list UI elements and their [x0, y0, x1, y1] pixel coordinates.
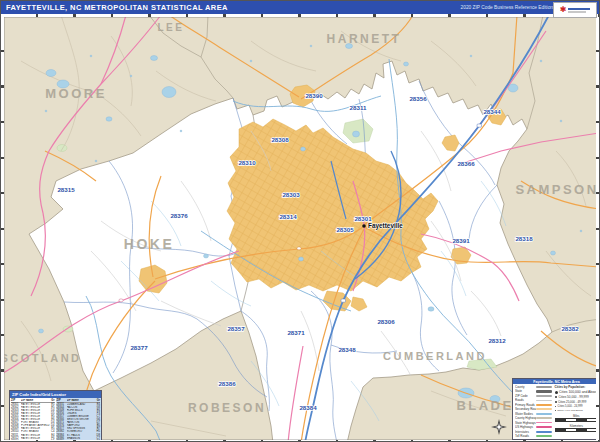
city-marker-layer: Fayetteville [362, 222, 403, 230]
legend-panel: Fayetteville, NC Metro Area CountyStateZ… [512, 378, 600, 440]
county-label: LEE [158, 22, 185, 33]
county-label: MOORE [45, 86, 107, 101]
zip-label: 28314 [279, 213, 297, 220]
legend-item-label: County Highways [515, 416, 536, 420]
scale-bar-segments [555, 418, 598, 422]
legend-item-label: ZIP Code [515, 394, 536, 398]
legend-city-class: Cities 100,000 and Above [555, 390, 598, 394]
city-size-dot-icon [555, 410, 556, 411]
legend-item-label: Interstates [515, 430, 536, 434]
zip-label: 28386 [218, 380, 236, 387]
logo-text-bars [568, 8, 590, 13]
zip-label: 28344 [483, 108, 501, 115]
scale-bar: Miles [555, 414, 598, 422]
legend-item: US Highways [515, 425, 552, 429]
city-class-label: Cities 25,000 - 49,999 [558, 400, 586, 404]
ruler-right [596, 17, 599, 440]
zip-label: 28308 [271, 136, 289, 143]
zip-label: 28366 [457, 160, 475, 167]
legend-line-sample [536, 413, 552, 415]
city-dot [362, 224, 366, 228]
zip-label: 28348 [338, 346, 356, 353]
zip-label: 28301 [354, 215, 372, 222]
zip-label: 28371 [287, 329, 305, 336]
ruler-top [1, 14, 600, 17]
legend-line-sample [536, 426, 552, 428]
zip-label: 28382 [561, 325, 579, 332]
county-label: SAMPSON [515, 182, 598, 197]
legend-item-label: State Highways [515, 421, 536, 425]
legend-scale-bars: MilesKilometers [555, 412, 598, 432]
county-label: CUMBERLAND [383, 350, 487, 362]
zip-label: 28315 [57, 186, 75, 193]
county-label: HARNETT [327, 32, 402, 46]
legend-item: Interstates [515, 430, 552, 434]
scale-bar: Kilometers [555, 424, 598, 432]
legend-city-classes: Cities 100,000 and AboveCities 50,000 - … [555, 389, 598, 412]
map-title: FAYETTEVILLE, NC METROPOLITAN STATISTICA… [1, 3, 228, 12]
legend-city-class: Cities 5,000 - 24,999 [555, 405, 598, 408]
legend-line-sample [536, 417, 552, 418]
legend-line-sample [536, 435, 552, 437]
zip-label: 28303 [282, 191, 300, 198]
legend-item-label: County [515, 385, 536, 389]
zip-index-title: ZIP Code Index/Grid Locator [10, 391, 101, 398]
brand-logo: ✱ [553, 2, 597, 18]
legend-item: State Highways [515, 421, 552, 425]
zip-label: 28391 [452, 237, 470, 244]
zip-label: 28318 [515, 235, 533, 242]
scale-bar-segments [555, 428, 598, 432]
legend-line-sample [536, 390, 552, 393]
legend-symbol-list: CountyStateZIP CodeRoadsPrimary RoadsSec… [515, 385, 552, 438]
legend-line-sample [536, 400, 552, 401]
zip-index-panel: ZIP Code Index/Grid Locator ZIPZIP NameG… [9, 390, 102, 442]
legend-city-class: Cities 50,000 - 99,999 [555, 395, 598, 399]
legend-item-label: Primary Roads [515, 403, 536, 407]
legend-item-label: Toll Roads [515, 434, 536, 438]
legend-city-class: Cities 25,000 - 49,999 [555, 400, 598, 404]
legend-line-sample [536, 422, 552, 424]
legend-item: Toll Roads [515, 434, 552, 438]
zip-index-column-left: ZIPZIP NameGr28301FAYETTEVILLEE528302FAY… [10, 398, 56, 442]
zip-label: 28356 [409, 95, 427, 102]
zip-label: 28311 [350, 104, 367, 111]
legend-item-label: US Highways [515, 425, 536, 429]
city-class-label: Cities 50,000 - 99,999 [559, 395, 589, 399]
legend-line-sample [536, 386, 552, 388]
legend-line-sample [536, 431, 552, 433]
zip-label: 28390 [305, 92, 323, 99]
legend-item-label: State [515, 389, 536, 393]
zip-label: 28357 [227, 325, 245, 332]
ruler-left [1, 17, 4, 440]
legend-line-sample [536, 404, 552, 406]
city-size-dot-icon [555, 396, 558, 399]
legend-item: State [515, 389, 552, 393]
legend-line-sample [536, 408, 552, 410]
zip-label: 28376 [170, 212, 188, 219]
county-label: SCOTLAND [1, 352, 82, 364]
legend-item-label: Roads [515, 398, 536, 402]
county-label: ROBESON [188, 401, 266, 415]
zip-label: 28305 [336, 226, 354, 233]
legend-item: Roads [515, 398, 552, 402]
legend-line-sample [536, 395, 552, 396]
zip-index-column-right: ZIPZIP NameGr28331CUMBERLANDE428344FALCO… [56, 398, 102, 442]
legend-item: Water Bodies [515, 412, 552, 416]
legend-item: ZIP Code [515, 394, 552, 398]
title-bar: FAYETTEVILLE, NC METROPOLITAN STATISTICA… [1, 1, 600, 14]
zip-label: 28377 [130, 344, 148, 351]
zip-code-map: MOORELEEHARNETTSAMPSONHOKESCOTLANDCUMBER… [1, 1, 600, 442]
county-label: HOKE [124, 236, 174, 252]
city-label: Fayetteville [368, 222, 403, 230]
legend-item: County [515, 385, 552, 389]
legend-item: County Highways [515, 416, 552, 420]
legend-item-label: Water Bodies [515, 412, 536, 416]
city-size-dot-icon [555, 391, 558, 394]
edition-label: 2020 ZIP Code Business Reference Edition [461, 5, 553, 10]
city-class-label: Cities 5,000 - 24,999 [558, 405, 583, 408]
map-page: MOORELEEHARNETTSAMPSONHOKESCOTLANDCUMBER… [0, 0, 600, 442]
zip-label: 28384 [299, 404, 317, 411]
legend-item-label: Secondary Roads [515, 407, 536, 411]
legend-item: Primary Roads [515, 403, 552, 407]
city-size-dot-icon [555, 406, 557, 408]
